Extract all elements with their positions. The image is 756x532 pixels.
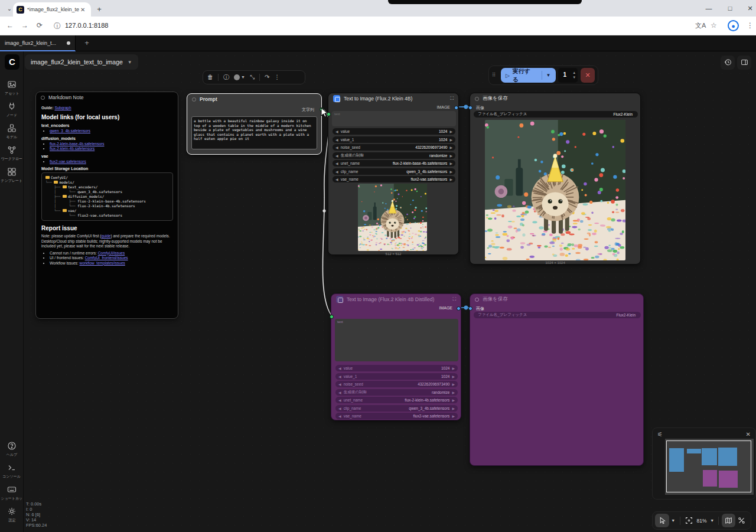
issues-link[interactable]: ComfyUI_frontend/issues <box>85 256 128 260</box>
new-workflow-button[interactable]: + <box>82 38 92 48</box>
collapse-dot-icon[interactable] <box>192 97 196 102</box>
widget-clip_name[interactable]: ◀clip_nameqwen_3_4b.safetensors▶ <box>333 168 455 175</box>
widget-decrease-icon[interactable]: ◀ <box>335 138 338 142</box>
run-button[interactable]: ▷ 実行する ▼ <box>501 68 556 83</box>
pointer-tool-button[interactable] <box>655 514 669 527</box>
sidebar-item-help[interactable]: ヘルプ <box>0 441 24 458</box>
model-link[interactable]: qwen_3_4b.safetensors <box>50 129 90 133</box>
workflow-title-menu[interactable]: image_flux2_klein_text_to_image ▼ <box>25 54 138 70</box>
window-close-button[interactable]: ✕ <box>745 4 755 13</box>
tool-options-chevron-icon[interactable]: ▼ <box>669 514 677 527</box>
widget-increase-icon[interactable]: ▶ <box>452 414 455 418</box>
issues-link[interactable]: ComfyUI/issues <box>98 251 125 255</box>
collapse-node-icon[interactable]: ⤡ <box>250 71 255 84</box>
save-image-node[interactable]: 画像を保存 画像 ファイル名_プレフィックス Flux2-Klein 1024 … <box>470 93 641 265</box>
image-input-slot[interactable] <box>468 306 472 311</box>
subgraph-link[interactable]: Subgraph <box>54 106 71 110</box>
sidebar-item-gear[interactable]: 設定 <box>0 507 24 523</box>
widget-increase-icon[interactable]: ▶ <box>449 169 452 174</box>
widget-unet_name[interactable]: ◀unet_nameflux-2-klein-4b.safetensors▶ <box>335 397 458 403</box>
image-input-slot[interactable] <box>468 106 472 110</box>
browser-profile-avatar[interactable]: ● <box>728 20 739 31</box>
widget-value[interactable]: ◀value1024▶ <box>333 128 455 135</box>
widget-increase-icon[interactable]: ▶ <box>449 154 452 158</box>
widget-vae_name[interactable]: ◀vae_nameflux2-vae.safetensors▶ <box>333 176 455 182</box>
widget-decrease-icon[interactable]: ◀ <box>338 390 341 394</box>
widget-decrease-icon[interactable]: ◀ <box>338 398 341 402</box>
widget-decrease-icon[interactable]: ◀ <box>335 177 338 181</box>
forward-icon[interactable]: → <box>19 21 30 30</box>
widget-increase-icon[interactable]: ▶ <box>452 390 455 394</box>
filename-prefix-widget[interactable]: ファイル名_プレフィックス Flux2-Klein <box>474 312 641 318</box>
widget-decrease-icon[interactable]: ◀ <box>335 169 338 174</box>
widget-increase-icon[interactable]: ▶ <box>449 177 452 181</box>
widget-noise_seed[interactable]: ◀noise_seed432262096973490▶ <box>333 144 455 151</box>
text-widget[interactable]: text <box>332 111 456 126</box>
link-visibility-button[interactable] <box>735 514 748 527</box>
output-image[interactable] <box>485 120 625 260</box>
url-text[interactable]: 127.0.0.1:8188 <box>65 22 108 29</box>
model-link[interactable]: flux-2-klein-4b.safetensors <box>50 146 94 151</box>
widget-value_1[interactable]: ◀value_11024▶ <box>333 136 455 143</box>
site-info-icon[interactable]: ⓘ <box>52 21 63 31</box>
zoom-chevron-icon[interactable]: ▼ <box>709 514 715 527</box>
markdown-note-node[interactable]: Markdown Note Guide: Subgraph Model link… <box>35 92 178 319</box>
widget-decrease-icon[interactable]: ◀ <box>335 145 338 149</box>
issues-link[interactable]: workflow_templates/issues <box>79 261 125 265</box>
history-button[interactable] <box>721 56 735 70</box>
filename-prefix-widget[interactable]: ファイル名_プレフィックス Flux2-Klein <box>474 111 638 118</box>
widget-increase-icon[interactable]: ▶ <box>452 406 455 410</box>
widget-clip_name[interactable]: ◀clip_nameqwen_3_4b.safetensors▶ <box>335 405 458 412</box>
expand-icon[interactable]: ⛶ <box>452 296 456 302</box>
collapse-dot-icon[interactable] <box>475 97 479 101</box>
text-widget[interactable]: text <box>335 319 458 361</box>
tab-close-icon[interactable]: ✕ <box>80 6 85 13</box>
info-icon[interactable]: ⓘ <box>223 71 229 84</box>
window-minimize-button[interactable]: — <box>704 4 713 13</box>
zoom-level[interactable]: 81% <box>695 514 709 527</box>
node-header[interactable]: Text to Image (Flux.2 Klein 4B) ⛶ <box>328 93 458 104</box>
comfyui-logo[interactable]: C <box>5 54 19 70</box>
widget-unet_name[interactable]: ◀unet_nameflux-2-klein-base-4b.safetenso… <box>333 160 455 167</box>
widget-decrease-icon[interactable]: ◀ <box>338 406 341 410</box>
text-to-image-distilled-node-muted[interactable]: Text to Image (Flux.2 Klein 4B Distilled… <box>331 293 461 420</box>
sidebar-item-asset[interactable]: アセット <box>0 80 24 96</box>
reload-icon[interactable]: ⟳ <box>34 21 45 30</box>
sidebar-item-template[interactable]: テンプレート <box>0 167 24 184</box>
widget-decrease-icon[interactable]: ◀ <box>335 161 338 165</box>
widget-生成後の制御[interactable]: ◀生成後の制御randomize▶ <box>333 152 455 159</box>
widget-decrease-icon[interactable]: ◀ <box>335 154 338 158</box>
more-options-icon[interactable]: ⋮ <box>274 71 280 84</box>
bookmark-star-icon[interactable]: ☆ <box>711 21 717 30</box>
widget-increase-icon[interactable]: ▶ <box>452 382 455 386</box>
widget-increase-icon[interactable]: ▶ <box>452 366 455 370</box>
node-color-picker[interactable]: ▼ <box>234 71 245 84</box>
sidebar-item-node[interactable]: ノード <box>0 102 24 118</box>
widget-value[interactable]: ◀value1024▶ <box>335 365 458 371</box>
collapse-dot-icon[interactable] <box>475 298 479 302</box>
browser-menu-icon[interactable]: ⋮ <box>747 21 754 30</box>
sidebar-item-console[interactable]: コンソール <box>0 463 24 479</box>
save-image-node-muted[interactable]: 画像を保存 画像 ファイル名_プレフィックス Flux2-Klein <box>470 293 644 466</box>
workflow-tab[interactable]: image_flux2_klein_t... <box>0 35 76 51</box>
preview-image[interactable] <box>358 184 427 251</box>
widget-decrease-icon[interactable]: ◀ <box>338 382 341 386</box>
fit-view-button[interactable] <box>683 514 695 527</box>
batch-count-input[interactable]: 1 ▲ ▼ <box>558 68 578 83</box>
count-increment-icon[interactable]: ▲ <box>572 71 576 74</box>
minimap-canvas[interactable] <box>665 439 754 495</box>
count-decrement-icon[interactable]: ▼ <box>572 76 576 79</box>
prompt-node[interactable]: Prompt 文字列 a bottle with a beautiful rai… <box>187 93 322 155</box>
browser-tab[interactable]: C *image_flux2_klein_text_to_ima ✕ <box>13 2 91 17</box>
widget-noise_seed[interactable]: ◀noise_seed432262096973490▶ <box>335 381 458 387</box>
model-link[interactable]: flux-2-klein-base-4b.safetensors <box>50 142 105 146</box>
panel-toggle-button[interactable] <box>737 56 751 70</box>
widget-increase-icon[interactable]: ▶ <box>452 374 455 378</box>
image-output-slot[interactable] <box>454 106 458 110</box>
minimap-toggle-button[interactable] <box>722 514 735 527</box>
delete-node-icon[interactable]: 🗑 <box>207 71 213 84</box>
node-header[interactable]: 画像を保存 <box>470 294 643 305</box>
run-options-chevron-icon[interactable]: ▼ <box>546 73 551 78</box>
minimap-settings-icon[interactable]: ⚟ <box>657 431 663 438</box>
window-maximize-button[interactable]: □ <box>725 4 735 13</box>
